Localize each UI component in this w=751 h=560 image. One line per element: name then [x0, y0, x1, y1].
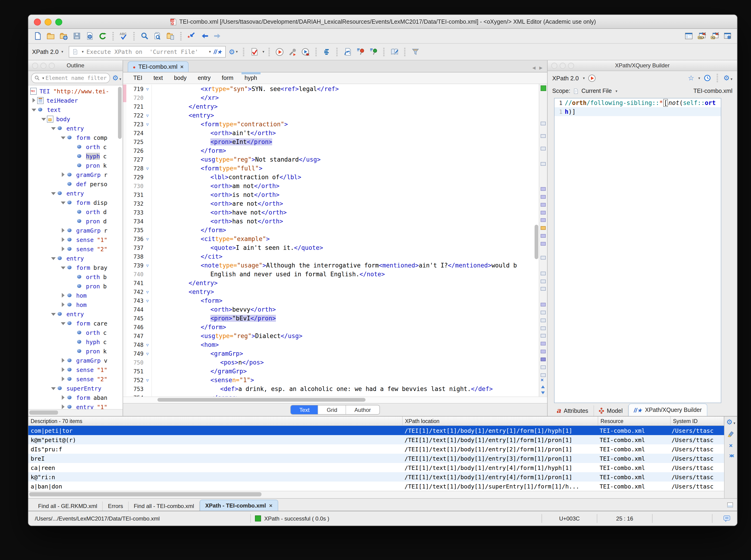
ruler-mark[interactable]	[540, 256, 546, 260]
code-line[interactable]: 726</form>	[123, 146, 539, 155]
find-replace-in-files-icon[interactable]	[165, 31, 176, 42]
expand-arrow-icon[interactable]	[60, 358, 66, 363]
outline-vertical-scrollbar[interactable]	[118, 87, 122, 139]
chevron-down-icon[interactable]: ▾	[583, 76, 585, 80]
scrollbar-thumb[interactable]	[29, 411, 58, 415]
bottom-tab-errors[interactable]: Errors	[103, 501, 129, 511]
code-editor[interactable]: 719▽<xr type="syn">SYN. see <ref>legal</…	[123, 84, 547, 397]
next-marker-icon[interactable]	[541, 392, 545, 394]
breadcrumb-item-form[interactable]: form	[222, 75, 233, 81]
code-line[interactable]: 749▽<gramGrp>	[123, 349, 539, 358]
outline-item[interactable]: sense"1"	[28, 235, 123, 244]
outline-item[interactable]: formdisp	[28, 198, 123, 207]
previous-marker-icon[interactable]	[541, 385, 545, 388]
collapse-arrow-icon[interactable]	[60, 135, 66, 140]
editor-tab[interactable]: ● TEI-combo.xml ×	[128, 61, 189, 72]
ruler-mark[interactable]	[540, 334, 546, 338]
ruler-mark[interactable]	[540, 226, 546, 230]
result-row[interactable]: k@m"petit@(r)/TEI[1]/text[1]/body[1]/ent…	[28, 435, 724, 444]
result-row[interactable]: breI/TEI[1]/text[1]/body[1]/entry[3]/for…	[28, 454, 724, 463]
code-line[interactable]: 740English and never used in formal Engl…	[123, 270, 539, 279]
outline-item[interactable]: pronk	[28, 161, 123, 170]
find-in-files-icon[interactable]	[152, 31, 163, 42]
new-document-icon[interactable]	[32, 31, 43, 42]
panel-header-buttons[interactable]	[32, 62, 55, 68]
xpath-expression-editor[interactable]: 1//orth/following-sibling::*[not(self::o…	[554, 98, 721, 403]
outline-item[interactable]: formaban	[28, 393, 123, 402]
outline-item[interactable]: prond	[28, 216, 123, 226]
code-line[interactable]: 729<lbl>contraction of</lbl>	[123, 173, 539, 182]
panel-header-buttons[interactable]	[551, 62, 574, 68]
favorites-star-icon[interactable]: ☆	[688, 74, 694, 82]
fold-toggle-icon[interactable]: ▽	[143, 342, 152, 347]
ruler-mark[interactable]	[540, 272, 546, 275]
code-line[interactable]: 741</entry>	[123, 279, 539, 287]
outline-item[interactable]: entry"1"	[28, 402, 123, 409]
xpath-combo-text[interactable]: Execute XPath on 'Current File'	[86, 48, 205, 55]
ruler-mark[interactable]	[540, 187, 546, 191]
fold-toggle-icon[interactable]: ▽	[143, 378, 152, 382]
bottom-tab-find-all-tei-combo-xml[interactable]: Find all - TEI-combo.xml	[129, 501, 200, 511]
fold-toggle-icon[interactable]: ▽	[143, 289, 152, 294]
code-line[interactable]: 738</cit>	[123, 252, 539, 261]
scrollbar-thumb[interactable]	[29, 492, 261, 496]
outline-item[interactable]: entry	[28, 254, 123, 263]
validate-icon[interactable]	[249, 46, 260, 57]
outline-item[interactable]: hom	[28, 300, 123, 309]
panel-tab-xpath-xquery-builder[interactable]: //★XPath/XQuery Builder	[628, 403, 707, 416]
debug-transformation-icon[interactable]	[300, 46, 311, 57]
ruler-mark[interactable]	[540, 365, 546, 369]
editor-horizontal-scrollbar[interactable]	[123, 397, 547, 403]
zoom-window-button[interactable]	[55, 19, 62, 25]
code-line[interactable]: 732<orth>are not</orth>	[123, 199, 539, 208]
code-line[interactable]: 736▽<cit type="example">	[123, 235, 539, 243]
code-line[interactable]: 750<pos>n</pos>	[123, 358, 539, 367]
outline-item[interactable]: sense"2"	[28, 244, 123, 254]
ruler-mark[interactable]	[540, 242, 546, 246]
outline-item[interactable]: orthb	[28, 272, 123, 281]
chevron-down-icon[interactable]: ▾	[698, 76, 700, 80]
code-line[interactable]: 727<usg type="reg">Not standard</usg>	[123, 155, 539, 164]
code-line[interactable]: 752▽<sense n="1">	[123, 376, 539, 384]
xpath-expression-line[interactable]: 1h)]	[555, 107, 721, 116]
collapse-arrow-icon[interactable]	[51, 125, 56, 131]
code-line[interactable]: 754</sense>	[123, 393, 539, 397]
outline-panel-header[interactable]: Outline	[28, 60, 123, 71]
code-line[interactable]: 743▽<form>	[123, 296, 539, 305]
ruler-mark[interactable]	[540, 134, 546, 138]
outline-item[interactable]: TEITEI"http://www.tei-	[28, 86, 123, 96]
outline-item[interactable]: orthc	[28, 142, 123, 152]
code-line[interactable]: 733<orth>have not</orth>	[123, 208, 539, 217]
code-line[interactable]: 753<def>a drink, esp. an alcoholic one: …	[123, 384, 539, 393]
code-line[interactable]: 734<orth>has not</orth>	[123, 217, 539, 226]
code-line[interactable]: 742▽<entry>	[123, 287, 539, 296]
fold-toggle-icon[interactable]: ▽	[143, 86, 152, 91]
expand-arrow-icon[interactable]	[60, 376, 66, 382]
scroll-tabs-left-icon[interactable]: ◀	[532, 65, 535, 70]
open-url-icon[interactable]	[58, 31, 69, 42]
xpath-expression-line[interactable]: 1//orth/following-sibling::*[not(self::o…	[555, 98, 721, 107]
outline-item[interactable]: teiHeader	[28, 96, 123, 105]
ruler-mark[interactable]	[540, 195, 546, 199]
ruler-mark[interactable]	[540, 279, 546, 283]
outline-item[interactable]: orthd	[28, 207, 123, 216]
breadcrumb-item-entry[interactable]: entry	[198, 75, 211, 81]
results-horizontal-scrollbar[interactable]	[28, 491, 724, 498]
view-grid-button[interactable]: Grid	[318, 405, 346, 414]
expand-arrow-icon[interactable]	[31, 98, 37, 103]
ruler-mark[interactable]	[540, 373, 546, 377]
collapse-arrow-icon[interactable]	[60, 320, 66, 326]
apply-transformation-icon[interactable]	[274, 46, 285, 57]
save-icon[interactable]	[71, 31, 82, 42]
fold-toggle-icon[interactable]: ▽	[143, 166, 152, 171]
outline-item[interactable]: text	[28, 105, 123, 114]
outline-item[interactable]: gramGrpv	[28, 356, 123, 365]
outline-item[interactable]: sense"2"	[28, 374, 123, 383]
chevron-down-icon[interactable]: ▾	[82, 50, 84, 54]
builder-engine-label[interactable]: XPath 2.0	[552, 75, 579, 81]
outline-item[interactable]: sense"1"	[28, 365, 123, 374]
code-line[interactable]: 720</xr>	[123, 93, 539, 102]
minimize-window-button[interactable]	[45, 19, 52, 25]
ruler-mark[interactable]	[540, 203, 546, 206]
code-line[interactable]: 724<orth>ain't</orth>	[123, 128, 539, 137]
